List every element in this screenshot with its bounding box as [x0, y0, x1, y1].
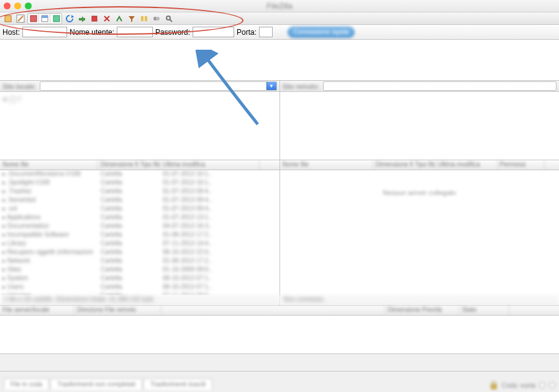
svg-rect-5	[42, 16, 48, 18]
svg-rect-6	[53, 16, 60, 22]
table-row[interactable]: ▸ SitesCartella01-10-2009 09:0..	[0, 266, 280, 275]
svg-line-19	[170, 19, 172, 22]
bottom-bar: File in coda Trasferimenti non completat…	[0, 371, 559, 392]
local-list-pane: Nome file Dimensione fi Tipo file Ultima…	[0, 160, 280, 305]
svg-rect-15	[145, 16, 147, 21]
view-toggle-group	[27, 13, 62, 24]
table-row[interactable]: ▸ SystemCartella08-10-2013 07:1..	[0, 275, 280, 283]
svg-point-17	[156, 17, 160, 21]
toggle-queue-icon[interactable]	[50, 14, 61, 24]
zoom-window-icon[interactable]	[25, 2, 32, 9]
tab-failed[interactable]: Trasferimenti non completati	[50, 378, 142, 390]
remote-file-list[interactable]: Nessun server collegato	[280, 170, 560, 295]
sync-browse-icon[interactable]	[151, 13, 161, 24]
tcol-direction[interactable]: Direzione File remoto	[75, 306, 161, 315]
remote-path-combo[interactable]	[323, 81, 557, 91]
table-row[interactable]: ▸ .TrashesCartella01-07-2013 09:4..	[0, 188, 280, 196]
toggle-log-icon[interactable]	[28, 14, 39, 24]
table-row[interactable]: ▸ LibraryCartella07-11-2013 14:4..	[0, 240, 280, 248]
svg-rect-20	[491, 385, 496, 389]
local-site-label: Sito locale:	[2, 83, 36, 90]
local-file-list[interactable]: ▸ .DocumentRevisions-V100Cartella01-07-2…	[0, 170, 280, 295]
remote-list-pane: Nome file Dimensione fi Tipo file Ultima…	[280, 160, 560, 305]
username-input[interactable]	[117, 27, 153, 37]
close-window-icon[interactable]	[4, 2, 11, 9]
password-label: Password:	[155, 28, 190, 37]
host-input[interactable]	[22, 27, 67, 37]
transfer-queue-pane: File server/locale Direzione File remoto…	[0, 306, 559, 354]
titlebar: FileZilla	[0, 0, 559, 12]
password-input[interactable]	[193, 27, 234, 37]
username-label: Nome utente:	[70, 28, 114, 37]
toggle-tree-icon[interactable]	[39, 14, 50, 24]
svg-marker-9	[82, 16, 85, 22]
table-row[interactable]: ▸ .volCartella01-07-2013 09:4..	[0, 205, 280, 214]
col-modified[interactable]: Ultima modifica	[160, 160, 260, 170]
message-log-pane[interactable]	[0, 40, 559, 81]
local-tree[interactable]: ▸ ▢ /	[0, 92, 280, 160]
table-row[interactable]: ▸ .fseventsdCartella01-07-2013 09:4..	[0, 196, 280, 205]
table-row[interactable]: ▸ DocumentationCartella04-07-2013 16:3..	[0, 222, 280, 231]
svg-rect-3	[30, 16, 37, 22]
tcol-status[interactable]: Stato	[460, 306, 509, 315]
table-row[interactable]: ▸ .Spotlight-V100Cartella01-07-2013 10:1…	[0, 179, 280, 188]
filter-icon[interactable]	[126, 13, 137, 24]
tab-successful[interactable]: Trasferimenti riusciti	[143, 378, 212, 390]
col-name[interactable]: Nome file	[0, 160, 98, 170]
local-list-header[interactable]: Nome file Dimensione fi Tipo file Ultima…	[0, 160, 280, 170]
port-input[interactable]	[259, 27, 273, 37]
svg-marker-7	[71, 15, 74, 18]
col-permissions[interactable]: Permessi	[498, 160, 545, 170]
remote-tree-pane: Sito remoto:	[280, 81, 560, 160]
table-row[interactable]: ▸ .DocumentRevisions-V100Cartella01-07-2…	[0, 170, 280, 179]
remote-status: Non connesso.	[280, 295, 560, 305]
table-row[interactable]: ▸ UsersCartella08-10-2013 07:1..	[0, 283, 280, 292]
edit-icon[interactable]	[15, 13, 25, 24]
lock-icon	[489, 381, 498, 390]
table-row[interactable]: ▸ NetworkCartella01-08-2013 17:2..	[0, 257, 280, 266]
window-title: FileZilla	[266, 2, 292, 11]
col-modified[interactable]: Ultima modifica	[435, 160, 498, 170]
cancel-icon[interactable]	[89, 13, 99, 24]
queue-label: Coda: vuota	[502, 382, 535, 389]
quickconnect-bar: Host: Nome utente: Password: Porta: Conn…	[0, 25, 559, 40]
col-size-type[interactable]: Dimensione fi Tipo file	[373, 160, 435, 170]
tcol-spacer[interactable]	[161, 306, 385, 315]
compare-icon[interactable]	[139, 13, 149, 24]
table-row[interactable]: ▸ ApplicationsCartella01-07-2013 13:1..	[0, 214, 280, 222]
tcol-size[interactable]: Dimensione Priorità	[385, 306, 460, 315]
quickconnect-button[interactable]: Connessione rapida	[288, 27, 355, 38]
minimize-window-icon[interactable]	[14, 2, 21, 9]
transfer-tabs: File in coda Trasferimenti non completat…	[4, 378, 212, 390]
refresh-icon[interactable]	[64, 13, 75, 24]
port-label: Porta:	[237, 28, 257, 37]
host-label: Host:	[2, 28, 20, 37]
activity-indicator-icon	[539, 382, 545, 388]
table-row[interactable]: ▸ Recupero oggetti cinformazioniCartella…	[0, 248, 280, 257]
col-name[interactable]: Nome file	[280, 160, 373, 170]
svg-rect-0	[5, 16, 11, 22]
remote-tree[interactable]	[280, 92, 560, 160]
reconnect-icon[interactable]	[114, 13, 124, 24]
chevron-down-icon[interactable]: ▼	[266, 82, 276, 90]
remote-site-label: Sito remoto:	[283, 83, 319, 90]
window-controls	[4, 2, 32, 9]
lists-splitter: Nome file Dimensione fi Tipo file Ultima…	[0, 160, 559, 306]
col-size-type[interactable]: Dimensione fi Tipo file	[98, 160, 160, 170]
local-path-combo[interactable]: ▼	[40, 81, 277, 91]
process-queue-icon[interactable]	[76, 13, 87, 24]
main-toolbar	[0, 12, 559, 25]
local-status: 1 file e 28 cartelle. Dimensione totale:…	[0, 295, 280, 305]
remote-empty-message: Nessun server collegato	[280, 189, 560, 196]
transfer-header[interactable]: File server/locale Direzione File remoto…	[0, 306, 559, 316]
queue-indicator: Coda: vuota	[489, 381, 555, 390]
remote-list-header[interactable]: Nome file Dimensione fi Tipo file Ultima…	[280, 160, 560, 170]
disconnect-icon[interactable]	[101, 13, 112, 24]
site-manager-icon[interactable]	[2, 13, 13, 24]
tab-queued[interactable]: File in coda	[4, 378, 49, 390]
find-icon[interactable]	[163, 13, 174, 24]
table-row[interactable]: ▸ Incompatible SoftwareCartella01-08-201…	[0, 231, 280, 240]
svg-rect-10	[92, 16, 97, 21]
tcol-localfile[interactable]: File server/locale	[0, 306, 75, 315]
svg-rect-14	[141, 16, 143, 21]
